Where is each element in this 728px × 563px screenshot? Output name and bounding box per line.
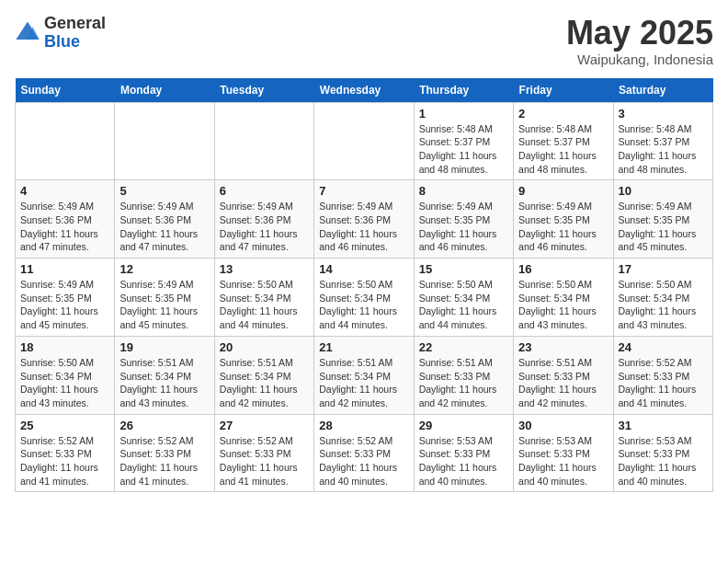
month-title: May 2025	[566, 15, 713, 52]
calendar-cell: 4Sunrise: 5:49 AM Sunset: 5:36 PM Daylig…	[16, 180, 115, 259]
day-info: Sunrise: 5:49 AM Sunset: 5:35 PM Dayligh…	[518, 200, 608, 254]
day-info: Sunrise: 5:51 AM Sunset: 5:34 PM Dayligh…	[319, 356, 408, 410]
calendar-table: SundayMondayTuesdayWednesdayThursdayFrid…	[15, 78, 713, 493]
calendar-cell: 1Sunrise: 5:48 AM Sunset: 5:37 PM Daylig…	[414, 102, 513, 180]
day-info: Sunrise: 5:49 AM Sunset: 5:35 PM Dayligh…	[619, 200, 708, 254]
day-info: Sunrise: 5:52 AM Sunset: 5:33 PM Dayligh…	[220, 434, 309, 488]
title-area: May 2025 Waipukang, Indonesia	[566, 15, 713, 67]
day-number: 29	[419, 419, 508, 432]
day-number: 14	[319, 262, 408, 276]
day-number: 18	[20, 340, 109, 354]
day-info: Sunrise: 5:49 AM Sunset: 5:36 PM Dayligh…	[20, 200, 109, 254]
day-info: Sunrise: 5:52 AM Sunset: 5:33 PM Dayligh…	[619, 356, 708, 410]
day-number: 1	[419, 107, 508, 121]
day-info: Sunrise: 5:51 AM Sunset: 5:33 PM Dayligh…	[419, 356, 508, 410]
day-number: 6	[220, 184, 309, 198]
calendar-cell: 14Sunrise: 5:50 AM Sunset: 5:34 PM Dayli…	[314, 259, 414, 337]
calendar-cell: 20Sunrise: 5:51 AM Sunset: 5:34 PM Dayli…	[214, 336, 313, 414]
day-info: Sunrise: 5:50 AM Sunset: 5:34 PM Dayligh…	[619, 278, 708, 332]
calendar-cell: 23Sunrise: 5:51 AM Sunset: 5:33 PM Dayli…	[514, 336, 613, 414]
calendar-cell: 13Sunrise: 5:50 AM Sunset: 5:34 PM Dayli…	[214, 259, 313, 337]
calendar-cell: 31Sunrise: 5:53 AM Sunset: 5:33 PM Dayli…	[613, 414, 712, 492]
calendar-cell: 25Sunrise: 5:52 AM Sunset: 5:33 PM Dayli…	[16, 414, 115, 492]
day-info: Sunrise: 5:53 AM Sunset: 5:33 PM Dayligh…	[619, 434, 708, 488]
day-number: 28	[319, 419, 408, 432]
day-info: Sunrise: 5:49 AM Sunset: 5:35 PM Dayligh…	[119, 278, 209, 332]
calendar-cell: 28Sunrise: 5:52 AM Sunset: 5:33 PM Dayli…	[314, 414, 414, 492]
header-monday: Monday	[115, 78, 214, 103]
day-number: 12	[119, 262, 209, 276]
header-thursday: Thursday	[414, 78, 513, 103]
calendar-cell	[115, 102, 214, 180]
day-number: 21	[319, 340, 408, 354]
calendar-cell: 17Sunrise: 5:50 AM Sunset: 5:34 PM Dayli…	[613, 259, 712, 337]
header-wednesday: Wednesday	[314, 78, 414, 103]
day-info: Sunrise: 5:53 AM Sunset: 5:33 PM Dayligh…	[518, 434, 608, 488]
header: General Blue May 2025 Waipukang, Indones…	[15, 15, 713, 67]
day-number: 23	[518, 340, 608, 354]
calendar-cell: 16Sunrise: 5:50 AM Sunset: 5:34 PM Dayli…	[514, 259, 613, 337]
day-info: Sunrise: 5:48 AM Sunset: 5:37 PM Dayligh…	[419, 122, 508, 177]
day-number: 22	[419, 340, 508, 354]
day-number: 15	[419, 262, 508, 276]
calendar-cell	[214, 102, 313, 180]
day-number: 19	[119, 340, 209, 354]
day-number: 9	[518, 184, 608, 198]
day-info: Sunrise: 5:52 AM Sunset: 5:33 PM Dayligh…	[119, 434, 209, 488]
day-number: 3	[619, 107, 708, 121]
day-info: Sunrise: 5:51 AM Sunset: 5:33 PM Dayligh…	[518, 356, 608, 410]
calendar-cell: 27Sunrise: 5:52 AM Sunset: 5:33 PM Dayli…	[214, 414, 313, 492]
calendar-cell: 11Sunrise: 5:49 AM Sunset: 5:35 PM Dayli…	[16, 259, 115, 337]
calendar-cell: 19Sunrise: 5:51 AM Sunset: 5:34 PM Dayli…	[115, 336, 214, 414]
calendar-cell: 24Sunrise: 5:52 AM Sunset: 5:33 PM Dayli…	[613, 336, 712, 414]
day-info: Sunrise: 5:50 AM Sunset: 5:34 PM Dayligh…	[518, 278, 608, 332]
day-number: 20	[220, 340, 309, 354]
day-info: Sunrise: 5:50 AM Sunset: 5:34 PM Dayligh…	[319, 278, 408, 332]
day-number: 25	[20, 419, 109, 432]
calendar-cell: 29Sunrise: 5:53 AM Sunset: 5:33 PM Dayli…	[414, 414, 513, 492]
calendar-cell: 22Sunrise: 5:51 AM Sunset: 5:33 PM Dayli…	[414, 336, 513, 414]
day-info: Sunrise: 5:48 AM Sunset: 5:37 PM Dayligh…	[518, 122, 608, 177]
day-info: Sunrise: 5:50 AM Sunset: 5:34 PM Dayligh…	[20, 356, 109, 410]
logo-blue-text: Blue	[44, 32, 80, 51]
calendar-cell: 30Sunrise: 5:53 AM Sunset: 5:33 PM Dayli…	[514, 414, 613, 492]
calendar-cell	[314, 102, 414, 180]
calendar-cell: 21Sunrise: 5:51 AM Sunset: 5:34 PM Dayli…	[314, 336, 414, 414]
week-row-1: 1Sunrise: 5:48 AM Sunset: 5:37 PM Daylig…	[16, 102, 713, 180]
day-number: 31	[619, 419, 708, 432]
calendar-header-row: SundayMondayTuesdayWednesdayThursdayFrid…	[16, 78, 713, 103]
calendar-cell: 15Sunrise: 5:50 AM Sunset: 5:34 PM Dayli…	[414, 259, 513, 337]
week-row-2: 4Sunrise: 5:49 AM Sunset: 5:36 PM Daylig…	[16, 180, 713, 259]
calendar-cell: 6Sunrise: 5:49 AM Sunset: 5:36 PM Daylig…	[214, 180, 313, 259]
day-info: Sunrise: 5:53 AM Sunset: 5:33 PM Dayligh…	[419, 434, 508, 488]
day-info: Sunrise: 5:52 AM Sunset: 5:33 PM Dayligh…	[319, 434, 408, 488]
day-info: Sunrise: 5:51 AM Sunset: 5:34 PM Dayligh…	[220, 356, 309, 410]
day-number: 27	[220, 419, 309, 432]
day-number: 7	[319, 184, 408, 198]
calendar-cell: 10Sunrise: 5:49 AM Sunset: 5:35 PM Dayli…	[613, 180, 712, 259]
logo-icon	[15, 20, 40, 46]
day-number: 4	[20, 184, 109, 198]
day-number: 5	[119, 184, 209, 198]
header-sunday: Sunday	[16, 78, 115, 103]
calendar-cell: 9Sunrise: 5:49 AM Sunset: 5:35 PM Daylig…	[514, 180, 613, 259]
header-tuesday: Tuesday	[214, 78, 313, 103]
calendar-cell: 8Sunrise: 5:49 AM Sunset: 5:35 PM Daylig…	[414, 180, 513, 259]
day-info: Sunrise: 5:49 AM Sunset: 5:36 PM Dayligh…	[119, 200, 209, 254]
calendar-cell: 3Sunrise: 5:48 AM Sunset: 5:37 PM Daylig…	[613, 102, 712, 180]
day-number: 11	[20, 262, 109, 276]
day-info: Sunrise: 5:50 AM Sunset: 5:34 PM Dayligh…	[220, 278, 309, 332]
calendar-cell: 7Sunrise: 5:49 AM Sunset: 5:36 PM Daylig…	[314, 180, 414, 259]
day-info: Sunrise: 5:48 AM Sunset: 5:37 PM Dayligh…	[619, 122, 708, 177]
week-row-4: 18Sunrise: 5:50 AM Sunset: 5:34 PM Dayli…	[16, 336, 713, 414]
week-row-5: 25Sunrise: 5:52 AM Sunset: 5:33 PM Dayli…	[16, 414, 713, 492]
calendar-cell: 18Sunrise: 5:50 AM Sunset: 5:34 PM Dayli…	[16, 336, 115, 414]
day-info: Sunrise: 5:52 AM Sunset: 5:33 PM Dayligh…	[20, 434, 109, 488]
day-number: 30	[518, 419, 608, 432]
day-info: Sunrise: 5:49 AM Sunset: 5:35 PM Dayligh…	[419, 200, 508, 254]
calendar-cell: 2Sunrise: 5:48 AM Sunset: 5:37 PM Daylig…	[514, 102, 613, 180]
day-info: Sunrise: 5:49 AM Sunset: 5:36 PM Dayligh…	[319, 200, 408, 254]
location: Waipukang, Indonesia	[566, 52, 713, 67]
calendar-cell: 12Sunrise: 5:49 AM Sunset: 5:35 PM Dayli…	[115, 259, 214, 337]
week-row-3: 11Sunrise: 5:49 AM Sunset: 5:35 PM Dayli…	[16, 259, 713, 337]
